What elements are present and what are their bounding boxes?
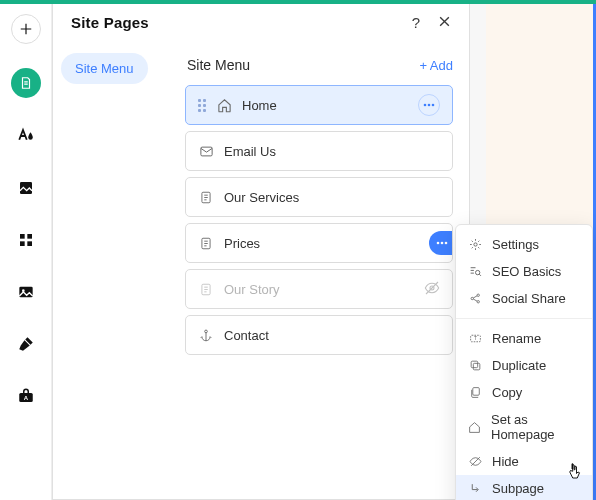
share-icon: [468, 292, 482, 305]
svg-point-24: [477, 294, 479, 296]
copy-icon: [468, 386, 482, 399]
page-item-our-story[interactable]: Our Story: [185, 269, 453, 309]
page-item-prices[interactable]: Prices: [185, 223, 453, 263]
page-item-email-us[interactable]: Email Us: [185, 131, 453, 171]
search-list-icon: [468, 265, 482, 278]
add-page-link[interactable]: + Add: [419, 58, 453, 73]
svg-rect-3: [20, 241, 25, 246]
media-button[interactable]: [12, 278, 40, 306]
panel-header: Site Pages ?: [53, 0, 469, 43]
menu-label: Subpage: [492, 481, 544, 496]
section-button[interactable]: [12, 174, 40, 202]
home-icon: [216, 98, 232, 113]
close-icon: [438, 15, 451, 28]
sidebar-pill-site-menu[interactable]: Site Menu: [61, 53, 148, 84]
letter-drop-icon: [17, 127, 35, 145]
ellipsis-icon: [436, 241, 448, 245]
menu-subpage[interactable]: Subpage: [456, 475, 592, 500]
page-item-label: Contact: [224, 328, 269, 343]
document-icon: [198, 282, 214, 297]
home-icon: [468, 421, 481, 434]
close-button[interactable]: [438, 15, 451, 31]
document-icon: [198, 190, 214, 205]
page-more-button[interactable]: [418, 94, 440, 116]
svg-point-15: [437, 242, 440, 245]
page-more-button-active[interactable]: [429, 231, 453, 255]
svg-rect-12: [200, 147, 211, 156]
design-button[interactable]: [12, 122, 40, 150]
svg-rect-5: [19, 287, 32, 298]
left-icon-rail: A: [0, 0, 52, 500]
page-item-label: Email Us: [224, 144, 276, 159]
svg-rect-4: [27, 241, 32, 246]
hidden-eye-icon: [424, 280, 440, 299]
menu-label: Hide: [492, 454, 519, 469]
pages-list-area: Site Menu + Add Home: [181, 43, 469, 499]
page-item-home[interactable]: Home: [185, 85, 453, 125]
page-context-menu: Settings SEO Basics Social Share T Renam…: [455, 224, 593, 500]
svg-point-22: [475, 270, 479, 274]
eye-slash-icon: [468, 455, 482, 468]
svg-text:A: A: [23, 395, 28, 401]
panel-title: Site Pages: [71, 14, 149, 31]
drag-handle-icon[interactable]: [198, 99, 206, 112]
apps-button[interactable]: [12, 226, 40, 254]
menu-seo-basics[interactable]: SEO Basics: [456, 258, 592, 285]
anchor-icon: [198, 328, 214, 343]
page-item-label: Home: [242, 98, 277, 113]
menu-hide[interactable]: Hide: [456, 448, 592, 475]
photo-icon: [17, 284, 35, 300]
page-item-our-services[interactable]: Our Services: [185, 177, 453, 217]
menu-copy[interactable]: Copy: [456, 379, 592, 406]
menu-label: Set as Homepage: [491, 412, 580, 442]
pen-icon: [17, 335, 35, 353]
menu-label: Copy: [492, 385, 522, 400]
svg-rect-2: [27, 234, 32, 239]
section-title: Site Menu: [187, 57, 250, 73]
grid-icon: [18, 232, 34, 248]
image-frame-icon: [18, 180, 34, 196]
duplicate-icon: [468, 359, 482, 372]
help-button[interactable]: ?: [412, 14, 420, 31]
page-item-label: Prices: [224, 236, 260, 251]
add-element-button[interactable]: [11, 14, 41, 44]
menu-duplicate[interactable]: Duplicate: [456, 352, 592, 379]
svg-rect-28: [471, 361, 478, 368]
blog-button[interactable]: [12, 330, 40, 358]
menu-divider: [456, 318, 592, 319]
svg-point-20: [205, 330, 208, 333]
rename-icon: T: [468, 332, 482, 345]
svg-point-16: [441, 242, 444, 245]
document-icon: [198, 236, 214, 251]
menu-social-share[interactable]: Social Share: [456, 285, 592, 312]
svg-rect-30: [472, 388, 479, 396]
svg-text:T: T: [474, 336, 477, 341]
svg-point-17: [445, 242, 448, 245]
envelope-icon: [198, 144, 214, 159]
pages-button[interactable]: [11, 68, 41, 98]
plus-icon: [19, 22, 33, 36]
svg-point-25: [477, 301, 479, 303]
svg-point-23: [471, 297, 473, 299]
subpage-arrow-icon: [468, 482, 482, 495]
page-item-contact[interactable]: Contact: [185, 315, 453, 355]
panel-sidebar: Site Menu: [53, 43, 181, 499]
app-accent-bar: [0, 0, 596, 4]
store-button[interactable]: A: [12, 382, 40, 410]
menu-rename[interactable]: T Rename: [456, 325, 592, 352]
menu-label: Social Share: [492, 291, 566, 306]
menu-label: SEO Basics: [492, 264, 561, 279]
menu-label: Duplicate: [492, 358, 546, 373]
svg-rect-29: [473, 363, 480, 370]
ellipsis-icon: [423, 103, 435, 107]
page-item-label: Our Story: [224, 282, 280, 297]
svg-point-10: [428, 104, 431, 107]
menu-set-homepage[interactable]: Set as Homepage: [456, 406, 592, 448]
site-pages-panel: Site Pages ? Site Menu Site Menu + Add: [52, 0, 470, 500]
briefcase-icon: A: [17, 387, 35, 405]
menu-settings[interactable]: Settings: [456, 231, 592, 258]
menu-label: Rename: [492, 331, 541, 346]
svg-point-9: [424, 104, 427, 107]
page-icon: [19, 76, 33, 90]
gear-icon: [468, 238, 482, 251]
